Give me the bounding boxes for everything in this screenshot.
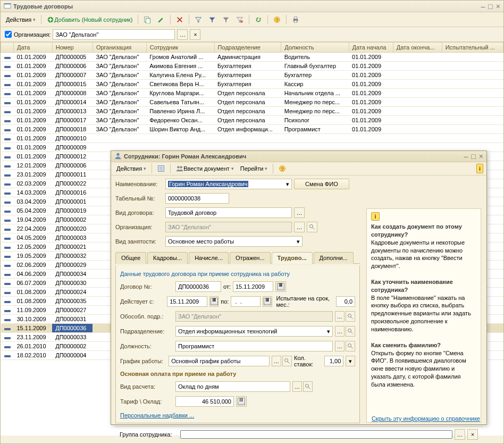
edit-button[interactable]	[155, 15, 167, 24]
table-row[interactable]: 01.01.2009ДП0000017ЗАО "Дельтаон"Федорен…	[1, 116, 503, 125]
dialog-maximize-icon[interactable]: □	[471, 153, 475, 160]
copy-button[interactable]	[141, 15, 153, 24]
dialog-list-button[interactable]	[155, 164, 167, 173]
help-button[interactable]: ?	[271, 15, 283, 24]
dept-combo[interactable]: Отдел информационных технологий▾	[175, 326, 333, 337]
org-filter-clear[interactable]: ×	[190, 29, 200, 40]
table-row[interactable]: 01.01.2009ДП0000013ЗАО "Дельтаон"Павленк…	[1, 107, 503, 116]
employment-combo[interactable]: Основное место работы▾	[165, 236, 303, 247]
close-icon[interactable]: ×	[496, 3, 500, 10]
name-combo[interactable]: Горин Роман Александрович▾	[165, 179, 292, 189]
row-icon	[4, 66, 11, 68]
col-header[interactable]: Сотрудник	[146, 43, 214, 53]
allowances-link[interactable]: Персональные надбавки ...	[120, 412, 194, 418]
contract-type-lookup[interactable]: …	[294, 207, 305, 218]
row-icon	[4, 220, 11, 222]
dialog-minimize-icon[interactable]: –	[464, 153, 468, 160]
org-filter-checkbox[interactable]	[5, 31, 12, 38]
table-row[interactable]: 01.01.2009ДП0000008ЗАО "Дельтаон"Круглов…	[1, 89, 503, 98]
calc-search[interactable]	[303, 381, 313, 392]
table-row[interactable]: 01.01.2009ДП0000005ЗАО "Дельтаон"Громов …	[1, 53, 503, 62]
print-button[interactable]	[290, 15, 301, 24]
schedule-search[interactable]	[282, 356, 292, 366]
change-fio-button[interactable]: Смена ФИО	[294, 179, 349, 189]
refresh-button[interactable]	[253, 15, 264, 24]
group-clear[interactable]: ×	[467, 429, 478, 440]
org-filter-lookup[interactable]: …	[177, 29, 188, 40]
maximize-icon[interactable]: □	[488, 3, 492, 10]
col-header[interactable]: Подразделение	[214, 43, 281, 53]
dept-lookup[interactable]: …	[335, 326, 345, 337]
to-date-cal-icon[interactable]: ▦	[263, 296, 272, 307]
pos-input[interactable]	[175, 341, 333, 351]
col-header[interactable]: Организация	[93, 43, 146, 53]
group-lookup[interactable]: …	[455, 429, 465, 440]
tab-reflect[interactable]: Отражен...	[230, 252, 271, 264]
col-header[interactable]	[1, 43, 14, 53]
table-row[interactable]: 01.01.2009ДП0000006ЗАО "Дельтаон"Акимова…	[1, 62, 503, 71]
hide-help-link[interactable]: Скрыть эту информацию о справочнике	[372, 415, 480, 422]
dialog-close-icon[interactable]: ×	[479, 153, 483, 160]
org-filter-input[interactable]	[53, 29, 175, 40]
schedule-input[interactable]	[169, 356, 270, 366]
from-date-cal-icon[interactable]: ▦	[275, 281, 286, 292]
org-search[interactable]	[307, 222, 317, 232]
rates-input[interactable]	[324, 356, 343, 366]
separate-search[interactable]	[346, 311, 355, 322]
tabno-label: Табельный №:	[115, 195, 163, 202]
row-icon	[4, 75, 11, 77]
pos-lookup[interactable]: …	[335, 341, 345, 351]
add-button[interactable]: Добавить (Новый сотрудник)	[45, 15, 135, 24]
enter-document-menu[interactable]: Ввести документ	[174, 164, 236, 173]
valid-from-cal-icon[interactable]: ▦	[209, 296, 219, 307]
org-lookup[interactable]: …	[294, 222, 305, 232]
group-input[interactable]	[180, 430, 452, 439]
section2-title: Основная оплата при приеме на работу	[120, 371, 355, 377]
col-header[interactable]: Испытательный ...	[442, 43, 503, 53]
actions-menu[interactable]: Действия	[4, 15, 38, 24]
table-row[interactable]: 01.01.2009ДП0000018ЗАО "Дельтаон"Шорин В…	[1, 125, 503, 134]
calc-input[interactable]	[175, 381, 290, 392]
col-header[interactable]: Номер	[52, 43, 93, 53]
row-icon	[4, 147, 11, 149]
to-date-input[interactable]	[231, 296, 261, 307]
dialog-actions-menu[interactable]: Действия	[114, 164, 148, 173]
salary-calc-icon[interactable]: ▤	[236, 396, 247, 407]
valid-from-input[interactable]	[167, 296, 207, 307]
table-row[interactable]: 01.01.2009ДП0000014ЗАО "Дельтаон"Савелье…	[1, 98, 503, 107]
table-row[interactable]: 01.01.2009ДП0000007ЗАО "Дельтаон"Калугин…	[1, 71, 503, 80]
dept-search[interactable]	[346, 326, 355, 337]
delete-button[interactable]	[174, 15, 186, 24]
tab-general[interactable]: Общее	[115, 252, 146, 264]
filter2-button[interactable]	[206, 15, 218, 24]
tab-labor[interactable]: Трудово...	[272, 252, 313, 264]
tab-additional[interactable]: Дополни...	[314, 252, 354, 264]
table-row[interactable]: 01.01.2009ДП0000015ЗАО "Дельтаон"Светико…	[1, 80, 503, 89]
calc-lookup[interactable]: …	[292, 381, 302, 392]
schedule-lookup[interactable]: …	[272, 356, 281, 366]
col-header[interactable]: Дата	[14, 43, 53, 53]
contract-type-input[interactable]	[165, 207, 292, 218]
info-toggle-button[interactable]: i	[476, 164, 483, 173]
separate-lookup[interactable]: …	[335, 311, 345, 322]
from-date-input[interactable]	[233, 281, 273, 292]
minimize-icon[interactable]: –	[481, 3, 485, 10]
filter3-button[interactable]	[220, 15, 232, 24]
pos-search[interactable]	[346, 341, 355, 351]
tabno-input[interactable]	[165, 193, 229, 204]
col-header[interactable]: Дата оконча...	[393, 43, 442, 53]
col-header[interactable]: Дата начала	[349, 43, 393, 53]
tab-accruals[interactable]: Начисле...	[189, 252, 229, 264]
svg-point-10	[116, 153, 119, 156]
dialog-help-button[interactable]: ?	[276, 164, 288, 173]
filter1-button[interactable]	[192, 15, 204, 24]
goto-menu[interactable]: Перейти	[238, 164, 270, 173]
filter-clear-button[interactable]	[234, 15, 246, 24]
salary-input[interactable]	[175, 396, 234, 407]
contract-no-input[interactable]	[175, 281, 221, 292]
table-row[interactable]: 01.01.2009ДП0000010	[1, 134, 503, 143]
rates-spinner-icon[interactable]: ▾	[346, 356, 355, 366]
col-header[interactable]: Должность	[281, 43, 349, 53]
probation-input[interactable]	[336, 296, 355, 307]
tab-hr[interactable]: Кадровы...	[147, 252, 188, 264]
